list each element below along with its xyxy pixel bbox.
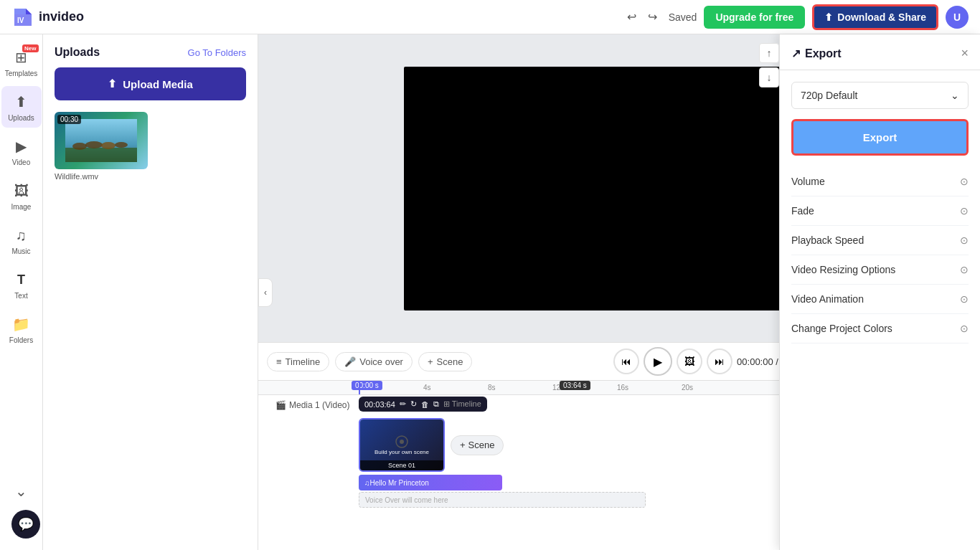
svg-rect-5 [65,148,137,162]
tab-scene[interactable]: + Scene [418,352,472,371]
skip-end-button[interactable]: ⏭ [707,349,732,374]
svg-marker-1 [14,9,26,14]
ruler-marks: 0s 4s 8s 12s 16s 20s [359,384,746,392]
sidebar-item-templates[interactable]: New ⊞ Templates [1,42,42,83]
upload-media-button[interactable]: ⬆ Upload Media [55,67,246,100]
export-section-change-colors[interactable]: Change Project Colors ⊙ [791,314,969,343]
thumbnail-image [65,119,137,162]
add-scene-button[interactable]: + Scene [451,435,504,455]
export-body: 720p Default ⌄ Export Volume ⊙ Fade ⊙ Pl… [780,70,980,355]
more-icon: ⌄ [11,481,32,501]
saved-status: Saved [669,11,697,23]
new-badge: New [22,44,38,52]
sidebar-item-label-templates: Templates [5,70,38,77]
export-section-fade[interactable]: Fade ⊙ [791,196,969,226]
sidebar-item-image[interactable]: 🖼 Image [1,175,42,217]
media-thumbnail[interactable]: 00:30 [55,112,148,169]
text-icon: T [11,270,32,290]
logo-icon: IV [11,6,34,29]
folders-icon: 📁 [11,314,32,334]
export-section-video-animation[interactable]: Video Animation ⊙ [791,285,969,314]
edit-icon: ✏ [400,399,406,409]
sidebar-item-music[interactable]: ♫ Music [1,219,42,261]
chat-button[interactable]: 💬 [11,510,40,539]
music-note-icon: ♫ [364,479,370,487]
export-close-button[interactable]: × [961,46,969,61]
uploads-icon: ⬆ [11,92,32,112]
sidebar-item-label-video: Video [12,158,30,166]
upload-arrow-icon: ⬆ [108,77,117,90]
tab-timeline[interactable]: ≡ Timeline [267,352,329,371]
voiceover-icon: 🎤 [344,356,356,367]
scene-text-preview: Build your own scene [374,449,429,455]
export-section-playback-speed[interactable]: Playback Speed ⊙ [791,226,969,255]
uploads-panel: Uploads Go To Folders ⬆ Upload Media [43,34,258,550]
ruler-mark: 8s [488,384,552,392]
quality-select[interactable]: 720p Default ⌄ [791,82,969,109]
svg-point-7 [85,141,103,148]
add-scene-icon: + [428,356,433,367]
svg-text:IV: IV [17,16,24,24]
copy-icon: ⧉ [433,399,439,409]
sidebar-item-folders[interactable]: 📁 Folders [1,308,42,350]
undo-redo-group: ↩ ↪ [623,6,661,28]
svg-point-9 [115,142,128,148]
media-track-label: 🎬 Media 1 (Video) [267,400,367,410]
time-marker-start: 00:00 s [352,381,382,390]
media-grid: 00:30 Wildlife.wmv [55,112,246,181]
video-preview [404,67,834,310]
redo-button[interactable]: ↪ [644,6,661,28]
screenshot-button[interactable]: 🖼 [677,349,702,374]
svg-point-8 [101,142,116,149]
user-avatar[interactable]: U [946,6,969,29]
play-pause-button[interactable]: ▶ [644,347,672,376]
add-scene-plus-icon: + [460,440,466,450]
sidebar-item-text[interactable]: T Text [1,264,42,305]
download-share-button[interactable]: ⬆ Download & Share [812,4,938,30]
skip-start-button[interactable]: ⏮ [613,349,639,374]
time-marker-end: 03:64 s [560,381,590,390]
sidebar-more[interactable]: ⌄ [1,475,42,507]
tab-voiceover[interactable]: 🎤 Voice over [335,352,413,371]
export-header: ↗ Export × [780,34,980,70]
video-track-icon: 🎬 [275,400,286,410]
logo-text: invideo [39,9,84,24]
export-section-volume[interactable]: Volume ⊙ [791,167,969,196]
uploads-title: Uploads [55,46,100,59]
media-filename: Wildlife.wmv [55,172,148,181]
sidebar-item-label-music: Music [11,247,30,255]
scene-card[interactable]: Build your own scene Scene 01 [359,418,445,472]
collapse-panel-button[interactable]: ‹ [258,278,273,307]
logo: IV invideo [11,6,84,29]
audio-track[interactable]: ♫ Hello Mr Princeton [359,475,502,490]
download-icon: ⬆ [824,11,833,23]
chevron-down-icon: ⌄ [951,90,959,101]
export-button[interactable]: Export [791,119,969,156]
ruler-mark: 16s [617,384,682,392]
chevron-icon: ⊙ [960,205,969,217]
goto-folders-link[interactable]: Go To Folders [188,47,246,58]
undo-button[interactable]: ↩ [623,6,641,28]
ruler-mark: 4s [423,384,488,392]
export-arrow-icon: ↗ [791,47,801,60]
image-icon: 🖼 [11,181,32,201]
sidebar-item-label-image: Image [11,203,32,211]
sidebar-item-label-text: Text [14,292,27,300]
sidebar-item-label-folders: Folders [9,336,33,344]
scene-toolbar: 00:03:64 ✏ ↻ 🗑 ⧉ ⊞ Timeline [359,397,487,412]
chevron-icon: ⊙ [960,234,969,246]
chevron-icon: ⊙ [960,264,969,275]
ruler-mark: 20s [682,384,746,392]
svg-point-6 [72,143,87,150]
voice-track[interactable]: Voice Over will come here [359,492,646,508]
media-duration: 00:30 [57,115,81,124]
upgrade-button[interactable]: Upgrade for free [704,6,805,29]
sidebar-item-video[interactable]: ▶ Video [1,131,42,172]
sidebar-item-uploads[interactable]: ⬆ Uploads [1,86,42,128]
time-marker-line [359,381,360,394]
header-actions: ↩ ↪ Saved Upgrade for free ⬆ Download & … [623,4,969,30]
music-icon: ♫ [11,225,32,245]
export-section-video-resizing[interactable]: Video Resizing Options ⊙ [791,255,969,285]
list-item: 00:30 Wildlife.wmv [55,112,148,181]
svg-marker-2 [26,9,32,14]
